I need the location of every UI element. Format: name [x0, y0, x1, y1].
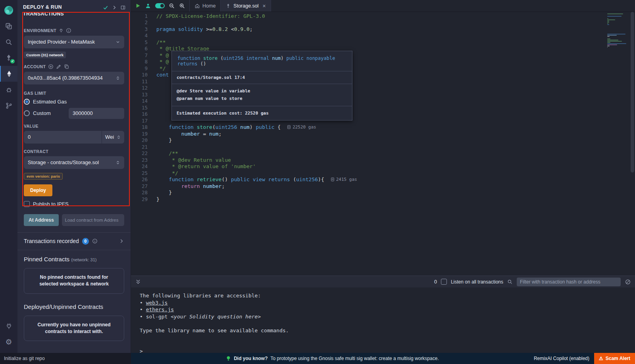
code-line[interactable]: 3pragma solidity >=0.8.2 <0.9.0;: [131, 26, 635, 33]
custom-gas-input[interactable]: [69, 108, 124, 119]
library-link[interactable]: web3.js: [146, 300, 168, 306]
line-number: 27: [131, 183, 148, 189]
gas-estimate[interactable]: 2415 gas: [331, 177, 357, 182]
tab-storage-sol[interactable]: Storage.sol ×: [220, 0, 271, 11]
chevron-right-icon[interactable]: [112, 5, 117, 10]
value-label: VALUE: [24, 124, 38, 128]
copilot-status[interactable]: RemixAI Copilot (enabled): [534, 356, 589, 361]
code-editor[interactable]: 1// SPDX-License-Identifier: GPL-3.023pr…: [131, 12, 635, 276]
close-tab-icon[interactable]: ×: [263, 3, 266, 9]
line-number: 26: [131, 176, 148, 182]
value-input[interactable]: [24, 131, 102, 144]
code-line[interactable]: 20 }: [131, 137, 635, 144]
tooltip-signature: function store (uint256 internal num) pu…: [172, 51, 352, 71]
code-line[interactable]: 22 /**: [131, 150, 635, 157]
code-line[interactable]: 21: [131, 144, 635, 150]
workspaces-icon[interactable]: [0, 18, 17, 34]
minimap[interactable]: [607, 13, 628, 48]
code-line[interactable]: 25 */: [131, 170, 635, 176]
code-line[interactable]: 19 number = num;: [131, 130, 635, 137]
add-account-icon[interactable]: [48, 64, 54, 69]
copy-account-icon[interactable]: [64, 64, 69, 69]
deploy-button[interactable]: Deploy: [24, 184, 52, 196]
edit-account-icon[interactable]: [56, 64, 62, 69]
zoom-out-icon[interactable]: [169, 3, 175, 9]
code-line[interactable]: 23 * @dev Return value: [131, 157, 635, 163]
custom-gas-label: Custom: [33, 110, 51, 116]
terminal-line: • sol-gpt <your Solidity question here>: [140, 313, 635, 320]
collapse-terminal-icon[interactable]: [135, 279, 141, 285]
code-line[interactable]: 4: [131, 33, 635, 39]
editor-scrollbar[interactable]: [631, 12, 634, 172]
chevron-updown-icon: [115, 160, 120, 165]
debugger-icon[interactable]: [0, 82, 17, 98]
accessibility-icon[interactable]: [145, 3, 151, 9]
warning-icon: ⚠: [599, 356, 603, 361]
code-line[interactable]: 28 }: [131, 190, 635, 196]
code-line[interactable]: 29}: [131, 196, 635, 203]
value-unit-select[interactable]: Wei: [102, 131, 124, 144]
line-number: 11: [131, 79, 148, 84]
code-line[interactable]: 24 * @return value of 'number': [131, 163, 635, 170]
scam-alert-button[interactable]: ⚠ Scam Alert: [594, 353, 635, 364]
filter-input[interactable]: [517, 278, 621, 286]
run-script-icon[interactable]: [135, 3, 141, 9]
publish-ipfs-option[interactable]: Publish to IPFS: [24, 201, 124, 207]
search-icon[interactable]: [507, 279, 513, 285]
settings-gear-icon[interactable]: ⚙: [0, 334, 17, 350]
custom-gas-option[interactable]: Custom: [24, 108, 124, 119]
line-number: 7: [131, 52, 148, 58]
clear-console-icon[interactable]: [625, 279, 631, 285]
solidity-compiler-icon[interactable]: ✓: [0, 50, 17, 66]
chevron-updown-icon: [116, 135, 121, 140]
line-number: 25: [131, 170, 148, 176]
theme-toggle-icon[interactable]: [155, 3, 165, 8]
listen-checkbox[interactable]: [441, 279, 447, 285]
info-icon[interactable]: [92, 238, 98, 244]
gas-estimate[interactable]: 22520 gas: [287, 125, 316, 130]
estimated-gas-label: Estimated Gas: [33, 99, 67, 105]
library-link[interactable]: ethers.js: [146, 307, 174, 312]
line-number: 19: [131, 131, 148, 137]
pin-panel-icon[interactable]: [120, 5, 126, 10]
code-line[interactable]: 5/**: [131, 39, 635, 46]
pinned-empty-message: No pinned contracts found for selected w…: [24, 268, 124, 294]
line-number: 22: [131, 150, 148, 156]
git-init-button[interactable]: Initialize as git repo: [0, 353, 131, 364]
radio-icon[interactable]: [24, 99, 30, 105]
code-line[interactable]: 1// SPDX-License-Identifier: GPL-3.0: [131, 13, 635, 19]
zoom-in-icon[interactable]: [179, 3, 185, 9]
plugin-manager-icon[interactable]: [0, 318, 17, 334]
plug-icon[interactable]: [59, 28, 64, 33]
gas-estimate-icon: [331, 177, 335, 182]
line-number: 1: [131, 13, 148, 19]
terminal[interactable]: The following libraries are accessible:•…: [131, 287, 635, 353]
code-line[interactable]: 26 function retrieve() public view retur…: [131, 176, 635, 183]
at-address-input[interactable]: [62, 214, 124, 226]
remix-logo[interactable]: [0, 2, 17, 18]
code-line[interactable]: 2: [131, 19, 635, 26]
line-number: 28: [131, 190, 148, 195]
environment-select[interactable]: Injected Provider - MetaMask: [24, 36, 124, 48]
terminal-line: [140, 320, 635, 327]
search-icon[interactable]: [0, 34, 17, 50]
git-icon[interactable]: [0, 98, 17, 113]
at-address-button[interactable]: At Address: [24, 214, 59, 226]
deploy-run-icon[interactable]: [0, 66, 17, 82]
contract-select[interactable]: Storage - contracts/Storage.sol: [24, 156, 124, 169]
tab-home[interactable]: Home: [189, 0, 220, 11]
gas-limit-label: GAS LIMIT: [24, 91, 46, 96]
code-line[interactable]: 27 return number;: [131, 183, 635, 190]
code-line[interactable]: 18 function store(uint256 num) public {2…: [131, 124, 635, 131]
checkbox-icon[interactable]: [24, 201, 30, 207]
line-number: 24: [131, 163, 148, 169]
estimated-gas-option[interactable]: Estimated Gas: [24, 99, 124, 105]
radio-icon[interactable]: [24, 110, 30, 116]
account-select[interactable]: 0xA03...85ac4 (0.398673504934: [24, 72, 124, 84]
transactions-recorded[interactable]: Transactions recorded 0: [17, 233, 131, 250]
line-number: 12: [131, 85, 148, 91]
hover-tooltip: function store (uint256 internal num) pu…: [171, 51, 352, 121]
expand-chevron-icon[interactable]: [119, 238, 124, 244]
info-icon[interactable]: [66, 28, 71, 33]
tooltip-location: contracts/Storage.sol 17:4: [172, 71, 352, 84]
